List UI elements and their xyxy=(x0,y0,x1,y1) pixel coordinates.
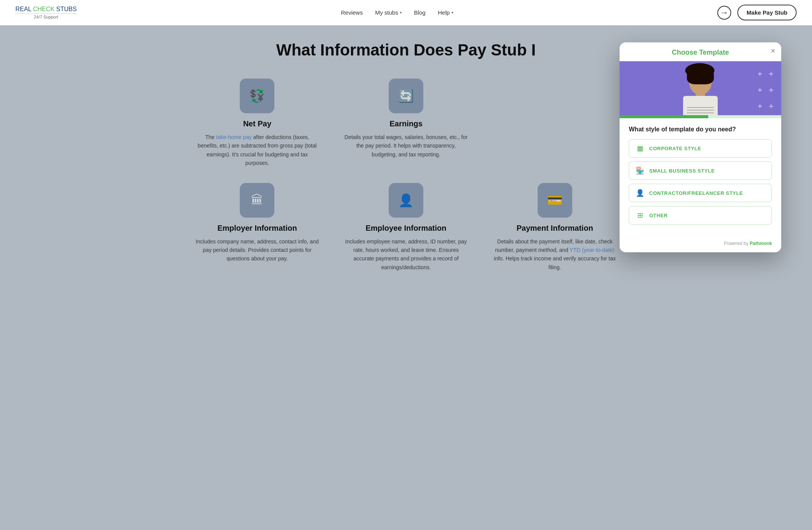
template-option-contractor[interactable]: 👤 CONTRACTOR/FREELANCER STYLE xyxy=(629,184,772,202)
info-card-payment: 💳 Payment Information Details about the … xyxy=(492,183,618,272)
modal-progress-bar xyxy=(620,115,708,118)
modal-footer: Powered by Pathmonk xyxy=(620,238,781,252)
choose-template-modal: Choose Template × xyxy=(620,42,781,252)
modal-close-button[interactable]: × xyxy=(771,47,775,55)
info-card-employee: 👤 Employee Information Includes employee… xyxy=(343,183,469,272)
employee-icon: 👤 xyxy=(389,183,423,218)
plus-sign-1: + xyxy=(757,69,762,79)
other-style-label: OTHER xyxy=(649,213,668,218)
nav-help[interactable]: Help ▾ xyxy=(438,9,453,16)
corporate-style-label: CORPORATE STYLE xyxy=(649,146,701,151)
modal-hero: + + + + + + xyxy=(620,61,781,115)
small-business-style-icon: 🏪 xyxy=(635,166,645,175)
employer-title: Employer Information xyxy=(217,224,297,233)
employer-icon: 🏛 xyxy=(240,183,274,218)
chevron-down-icon: ▾ xyxy=(400,10,402,15)
nav-blog[interactable]: Blog xyxy=(414,9,426,16)
net-pay-text: The take-home pay after deductions (taxe… xyxy=(194,133,320,168)
logo-support: 24/7 Support xyxy=(15,13,77,19)
modal-body: What style of template do you need? ▦ CO… xyxy=(620,118,781,238)
net-pay-title: Net Pay xyxy=(243,119,271,128)
info-card-earnings: 🔄 Earnings Details your total wages, sal… xyxy=(343,79,469,168)
payment-text: Details about the payment itself, like d… xyxy=(492,237,618,272)
info-grid: 💱 Net Pay The take-home pay after deduct… xyxy=(194,79,618,272)
plus-sign-6: + xyxy=(769,101,774,111)
make-pay-stub-button[interactable]: Make Pay Stub xyxy=(737,5,797,20)
payment-title: Payment Information xyxy=(516,224,593,233)
plus-sign-3: + xyxy=(757,85,762,95)
modal-progress-track xyxy=(620,115,781,118)
powered-by-text: Powered by xyxy=(724,241,748,246)
corporate-style-icon: ▦ xyxy=(635,144,645,153)
info-card-empty xyxy=(492,79,618,168)
earnings-icon: 🔄 xyxy=(389,79,423,113)
template-option-other[interactable]: ⊞ OTHER xyxy=(629,206,772,225)
contractor-style-label: CONTRACTOR/FREELANCER STYLE xyxy=(649,190,743,196)
pathmonk-brand: Pathmonk xyxy=(750,241,772,246)
plus-sign-5: + xyxy=(757,101,762,111)
earnings-title: Earnings xyxy=(389,119,423,128)
template-option-corporate[interactable]: ▦ CORPORATE STYLE xyxy=(629,139,772,158)
contractor-style-icon: 👤 xyxy=(635,189,645,197)
template-option-small-business[interactable]: 🏪 SMALL BUSINESS STYLE xyxy=(629,161,772,180)
earnings-text: Details your total wages, salaries, bonu… xyxy=(343,133,469,159)
info-card-net-pay: 💱 Net Pay The take-home pay after deduct… xyxy=(194,79,320,168)
logo-check: CHECK xyxy=(31,6,54,12)
info-card-employer: 🏛 Employer Information Includes company … xyxy=(194,183,320,272)
header-actions: → Make Pay Stub xyxy=(717,5,797,20)
net-pay-icon: 💱 xyxy=(240,79,274,113)
small-business-style-label: SMALL BUSINESS STYLE xyxy=(649,168,715,174)
modal-header: Choose Template × xyxy=(620,42,781,61)
logo: REAL CHECK STUBS 24/7 Support xyxy=(15,6,77,19)
take-home-pay-link[interactable]: take-home pay xyxy=(216,134,252,140)
logo-real: REAL xyxy=(15,6,31,12)
modal-question: What style of template do you need? xyxy=(629,126,772,133)
employer-text: Includes company name, address, contact … xyxy=(194,237,320,263)
plus-sign-2: + xyxy=(769,69,774,79)
payment-icon: 💳 xyxy=(538,183,572,218)
header: REAL CHECK STUBS 24/7 Support Reviews My… xyxy=(0,0,812,25)
logo-text: REAL CHECK STUBS xyxy=(15,6,77,13)
employee-title: Employee Information xyxy=(366,224,446,233)
plus-signs-decoration: + + + + + + xyxy=(750,61,781,115)
nav-my-stubs[interactable]: My stubs ▾ xyxy=(375,9,402,16)
logo-stubs: STUBS xyxy=(55,6,77,12)
ytd-link[interactable]: YTD (year-to-date) xyxy=(570,247,615,253)
modal-title: Choose Template xyxy=(672,49,729,57)
main-nav: Reviews My stubs ▾ Blog Help ▾ xyxy=(341,9,453,16)
other-style-icon: ⊞ xyxy=(635,211,645,220)
employee-text: Includes employee name, address, ID numb… xyxy=(343,237,469,272)
nav-reviews[interactable]: Reviews xyxy=(341,9,363,16)
login-icon[interactable]: → xyxy=(717,6,731,20)
chevron-down-icon: ▾ xyxy=(451,10,453,15)
plus-sign-4: + xyxy=(769,85,774,95)
